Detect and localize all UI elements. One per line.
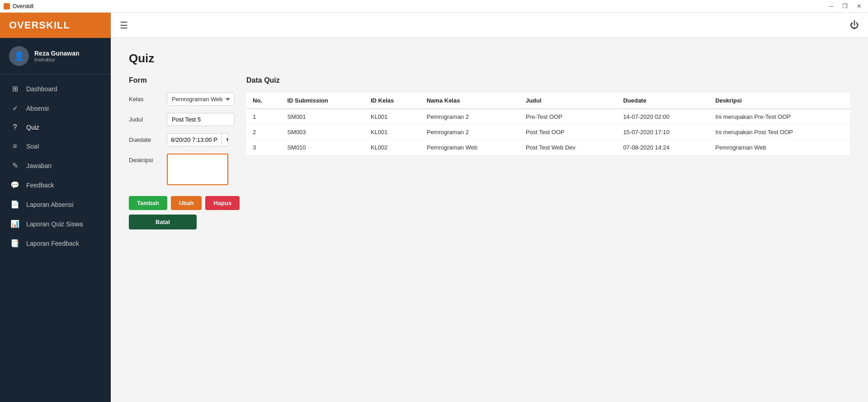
sidebar-item-dashboard[interactable]: ⊞ Dashboard [0, 79, 111, 98]
batal-button[interactable]: Batal [129, 215, 197, 229]
quiz-icon: ? [10, 123, 20, 131]
sidebar-item-label-dashboard: Dashboard [26, 85, 57, 93]
cell-judul: Pre-Test OOP [519, 109, 617, 125]
cell-nama-kelas: Pemrograman 2 [420, 125, 519, 140]
sidebar-item-label-laporan-absensi: Laporan Absensi [26, 201, 73, 208]
cell-duedate: 14-07-2020 02:00 [617, 109, 709, 125]
judul-input[interactable] [167, 113, 235, 126]
cell-deskripsi: Pemrograman Web [709, 140, 850, 155]
minimize-button[interactable]: ─ [826, 2, 836, 10]
kelas-group: Kelas Pemrograman Web Pemrograman 2 [129, 93, 228, 106]
cell-no: 3 [246, 140, 281, 155]
laporan-quiz-icon: 📊 [10, 220, 20, 228]
laporan-feedback-icon: 📑 [10, 239, 20, 248]
col-nama-kelas: Nama Kelas [420, 93, 519, 109]
table-row[interactable]: 2 SM003 KL001 Pemrograman 2 Post Test OO… [246, 125, 850, 140]
jawaban-icon: ✎ [10, 161, 20, 170]
cell-no: 1 [246, 109, 281, 125]
close-button[interactable]: ✕ [854, 2, 864, 10]
app-icon [4, 3, 10, 9]
cell-id-submission: SM003 [281, 125, 364, 140]
power-button[interactable]: ⏻ [850, 20, 859, 30]
cell-duedate: 07-08-2020 14:24 [617, 140, 709, 155]
laporan-absensi-icon: 📄 [10, 200, 20, 209]
topbar: ☰ ⏻ [111, 13, 868, 38]
user-name: Reza Gunawan [34, 50, 80, 57]
quiz-table: No. ID Submission ID Kelas Nama Kelas Ju… [246, 93, 850, 155]
judul-group: Judul [129, 113, 228, 126]
avatar: 👤 [9, 46, 29, 66]
duedate-wrapper: ▼ [167, 133, 228, 146]
content-area: Quiz Form Kelas Pemrograman Web Pemrogra… [111, 38, 868, 402]
judul-label: Judul [129, 113, 160, 123]
cell-duedate: 15-07-2020 17:10 [617, 125, 709, 140]
form-section: Form Kelas Pemrograman Web Pemrograman 2… [129, 76, 228, 229]
cell-nama-kelas: Pemrograman Web [420, 140, 519, 155]
deskripsi-label: Deskripsi [129, 154, 160, 164]
table-row[interactable]: 3 SM010 KL002 Pemrograman Web Post Test … [246, 140, 850, 155]
col-deskripsi: Deskripsi [709, 93, 850, 109]
cell-id-submission: SM001 [281, 109, 364, 125]
titlebar-title: Overskill [13, 3, 33, 9]
sidebar-item-soal[interactable]: ≡ Soal [0, 137, 111, 156]
cell-deskripsi: Ini merupakan Pre-Test OOP [709, 109, 850, 125]
sidebar-item-label-feedback: Feedback [26, 182, 54, 189]
sidebar-item-absensi[interactable]: ✓ Absensi [0, 98, 111, 118]
table-wrapper: No. ID Submission ID Kelas Nama Kelas Ju… [246, 93, 850, 155]
sidebar-item-label-laporan-feedback: Laporan Feedback [26, 240, 79, 247]
col-id-kelas: ID Kelas [364, 93, 420, 109]
sidebar-logo: OVERSKILL [9, 19, 70, 31]
cell-deskripsi: Ini merupakan Post Test OOP [709, 125, 850, 140]
sidebar-item-laporan-absensi[interactable]: 📄 Laporan Absensi [0, 195, 111, 214]
page-title: Quiz [129, 51, 850, 65]
soal-icon: ≡ [10, 142, 20, 150]
table-header-row: No. ID Submission ID Kelas Nama Kelas Ju… [246, 93, 850, 109]
sidebar-item-label-jawaban: Jawaban [26, 162, 52, 169]
dashboard-icon: ⊞ [10, 84, 20, 93]
main-area: ☰ ⏻ Quiz Form Kelas Pemrograman Web Pemr… [111, 13, 868, 402]
tambah-button[interactable]: Tambah [129, 196, 167, 210]
col-duedate: Duedate [617, 93, 709, 109]
sidebar-item-feedback[interactable]: 💬 Feedback [0, 175, 111, 195]
sidebar-item-laporan-feedback[interactable]: 📑 Laporan Feedback [0, 234, 111, 253]
col-no: No. [246, 93, 281, 109]
sidebar-item-quiz[interactable]: ? Quiz [0, 118, 111, 137]
cell-judul: Post Test Web Dev [519, 140, 617, 155]
duedate-input[interactable] [167, 134, 222, 146]
cell-id-kelas: KL002 [364, 140, 420, 155]
data-quiz-section: Data Quiz No. ID Submission ID Kelas Nam… [246, 76, 850, 229]
kelas-select[interactable]: Pemrograman Web Pemrograman 2 [167, 93, 234, 106]
sidebar: OVERSKILL 👤 Reza Gunawan Instruktur ⊞ Da… [0, 13, 111, 402]
deskripsi-textarea[interactable] [167, 154, 228, 185]
window-controls[interactable]: ─ ❐ ✕ [826, 2, 864, 10]
cell-no: 2 [246, 125, 281, 140]
sidebar-item-label-absensi: Absensi [26, 105, 49, 112]
ubah-button[interactable]: Ubah [171, 196, 202, 210]
duedate-label: Duedate [129, 133, 160, 143]
cell-id-submission: SM010 [281, 140, 364, 155]
cell-id-kelas: KL001 [364, 125, 420, 140]
feedback-icon: 💬 [10, 181, 20, 189]
hapus-button[interactable]: Hapus [205, 196, 240, 210]
cell-id-kelas: KL001 [364, 109, 420, 125]
restore-button[interactable]: ❐ [840, 2, 850, 10]
titlebar: Overskill ─ ❐ ✕ [0, 0, 868, 13]
content-body: Form Kelas Pemrograman Web Pemrograman 2… [129, 76, 850, 229]
sidebar-header: OVERSKILL [0, 13, 111, 38]
sidebar-item-label-quiz: Quiz [26, 124, 39, 131]
sidebar-item-jawaban[interactable]: ✎ Jawaban [0, 156, 111, 175]
user-role: Instruktur [34, 57, 80, 62]
col-id-submission: ID Submission [281, 93, 364, 109]
sidebar-item-laporan-quiz-siswa[interactable]: 📊 Laporan Quiz Siswa [0, 214, 111, 234]
table-row[interactable]: 1 SM001 KL001 Pemrograman 2 Pre-Test OOP… [246, 109, 850, 125]
form-heading: Form [129, 76, 228, 84]
kelas-label: Kelas [129, 93, 160, 103]
cell-nama-kelas: Pemrograman 2 [420, 109, 519, 125]
cell-judul: Post Test OOP [519, 125, 617, 140]
sidebar-user: 👤 Reza Gunawan Instruktur [0, 38, 111, 75]
hamburger-button[interactable]: ☰ [120, 20, 128, 31]
absensi-icon: ✓ [10, 104, 20, 112]
sidebar-item-label-soal: Soal [26, 143, 39, 150]
duedate-calendar-button[interactable]: ▼ [222, 134, 228, 146]
data-quiz-heading: Data Quiz [246, 76, 850, 84]
